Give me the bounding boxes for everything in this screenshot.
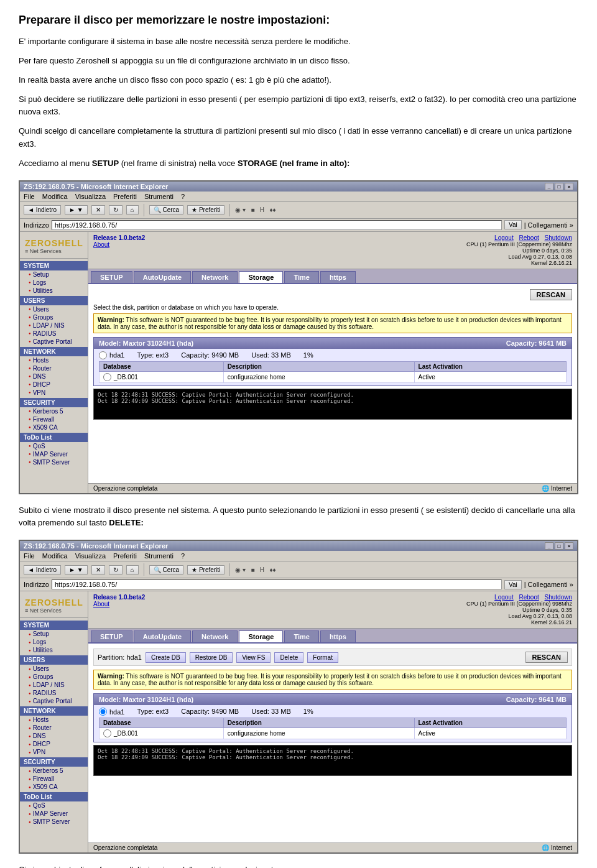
version-text[interactable]: Release 1.0.beta2: [93, 234, 145, 241]
sidebar-item-smtp-2[interactable]: SMTP Server: [20, 818, 88, 826]
sidebar-item-imap-2[interactable]: IMAP Server: [20, 810, 88, 818]
sidebar-item-imap[interactable]: IMAP Server: [20, 450, 88, 458]
sidebar-item-vpn[interactable]: VPN: [20, 389, 88, 397]
sidebar-item-ldap[interactable]: LDAP / NIS: [20, 321, 88, 330]
minimize-button-2[interactable]: _: [545, 542, 553, 550]
sidebar-item-users[interactable]: Users: [20, 305, 88, 313]
sidebar-item-kerberos-2[interactable]: Kerberos 5: [20, 767, 88, 775]
menu-visualizza[interactable]: Visualizza: [75, 193, 106, 200]
sidebar-item-x509-2[interactable]: X509 CA: [20, 783, 88, 791]
create-db-button[interactable]: Create DB: [146, 652, 186, 663]
sidebar-item-hosts[interactable]: Hosts: [20, 356, 88, 364]
forward-button[interactable]: ► ▼: [65, 205, 88, 215]
sidebar-item-groups-2[interactable]: Groups: [20, 673, 88, 681]
sidebar-item-router[interactable]: Router: [20, 364, 88, 372]
sidebar-item-smtp[interactable]: SMTP Server: [20, 458, 88, 466]
minimize-button[interactable]: _: [545, 183, 553, 190]
version-text-2[interactable]: Release 1.0.beta2: [93, 594, 145, 601]
refresh-button[interactable]: ↻: [109, 205, 123, 215]
go-button-2[interactable]: Vai: [504, 580, 522, 589]
shutdown-link-2[interactable]: Shutdown: [545, 594, 572, 601]
sidebar-item-x509[interactable]: X509 CA: [20, 423, 88, 432]
hda1-radio[interactable]: [99, 351, 107, 359]
sidebar-item-dhcp[interactable]: DHCP: [20, 381, 88, 389]
sidebar-item-utilities[interactable]: Utilities: [20, 287, 88, 295]
menu-preferiti[interactable]: Preferiti: [113, 193, 137, 200]
logout-link-2[interactable]: Logout: [494, 594, 514, 601]
reboot-link[interactable]: Reboot: [519, 234, 539, 241]
close-button-2[interactable]: ×: [565, 542, 573, 550]
reboot-link-2[interactable]: Reboot: [519, 594, 539, 601]
tab-network[interactable]: Network: [192, 271, 238, 283]
sidebar-item-qos-2[interactable]: QoS: [20, 801, 88, 810]
menu-modifica-2[interactable]: Modifica: [42, 552, 68, 560]
menu-strumenti-2[interactable]: Strumenti: [144, 552, 174, 560]
rescan-button-2[interactable]: RESCAN: [525, 652, 568, 663]
sidebar-item-setup[interactable]: Setup: [20, 270, 88, 279]
hda1-radio-2[interactable]: [99, 708, 107, 716]
sidebar-item-setup-2[interactable]: Setup: [20, 630, 88, 638]
tab-network-2[interactable]: Network: [192, 630, 238, 642]
menu-file-2[interactable]: File: [24, 552, 35, 560]
maximize-button-2[interactable]: □: [555, 542, 563, 550]
maximize-button[interactable]: □: [555, 183, 563, 190]
sidebar-item-radius-2[interactable]: RADIUS: [20, 689, 88, 697]
address-input-1[interactable]: [52, 220, 502, 230]
db-radio[interactable]: [103, 373, 111, 381]
menu-help[interactable]: ?: [181, 193, 185, 200]
sidebar-item-logs[interactable]: Logs: [20, 279, 88, 287]
sidebar-item-kerberos[interactable]: Kerberos 5: [20, 407, 88, 415]
sidebar-item-utilities-2[interactable]: Utilities: [20, 646, 88, 654]
go-button[interactable]: Vai: [504, 220, 522, 229]
delete-button[interactable]: Delete: [274, 652, 303, 663]
tab-autoupdate-2[interactable]: AutoUpdate: [134, 630, 191, 642]
sidebar-item-qos[interactable]: QoS: [20, 442, 88, 450]
tab-https-2[interactable]: https: [320, 630, 356, 642]
sidebar-item-captive-2[interactable]: Captive Portal: [20, 697, 88, 705]
menu-file[interactable]: File: [24, 193, 35, 200]
view-fs-button[interactable]: View FS: [236, 652, 271, 663]
sidebar-item-users-2[interactable]: Users: [20, 665, 88, 673]
tab-setup[interactable]: SETUP: [91, 271, 132, 283]
tab-autoupdate[interactable]: AutoUpdate: [134, 271, 191, 283]
sidebar-item-vpn-2[interactable]: VPN: [20, 748, 88, 756]
format-button[interactable]: Format: [307, 652, 338, 663]
home-button[interactable]: ⌂: [126, 205, 139, 215]
forward-button-2[interactable]: ► ▼: [65, 565, 88, 575]
menu-preferiti-2[interactable]: Preferiti: [113, 552, 137, 560]
home-button-2[interactable]: ⌂: [126, 565, 139, 575]
sidebar-item-router-2[interactable]: Router: [20, 724, 88, 732]
sidebar-item-ldap-2[interactable]: LDAP / NIS: [20, 681, 88, 689]
search-button-2[interactable]: 🔍 Cerca: [149, 565, 183, 575]
rescan-button-1[interactable]: RESCAN: [530, 289, 572, 300]
sidebar-item-groups[interactable]: Groups: [20, 313, 88, 321]
sidebar-item-hosts-2[interactable]: Hosts: [20, 716, 88, 724]
logout-link[interactable]: Logout: [494, 234, 514, 241]
favorites-button-2[interactable]: ★ Preferiti: [187, 565, 224, 575]
favorites-button[interactable]: ★ Preferiti: [187, 205, 224, 215]
menu-visualizza-2[interactable]: Visualizza: [75, 552, 106, 560]
menu-modifica[interactable]: Modifica: [42, 193, 68, 200]
sidebar-item-firewall[interactable]: Firewall: [20, 415, 88, 423]
tab-storage[interactable]: Storage: [239, 271, 283, 283]
stop-button-2[interactable]: ✕: [91, 565, 105, 575]
tab-time-2[interactable]: Time: [284, 630, 318, 642]
sidebar-item-dns-2[interactable]: DNS: [20, 732, 88, 740]
menu-strumenti[interactable]: Strumenti: [144, 193, 174, 200]
sidebar-item-firewall-2[interactable]: Firewall: [20, 775, 88, 783]
back-button[interactable]: ◄ Indietro: [24, 205, 61, 215]
db-radio-2[interactable]: [103, 729, 111, 737]
address-input-2[interactable]: [52, 579, 502, 589]
sidebar-item-logs-2[interactable]: Logs: [20, 638, 88, 646]
tab-time[interactable]: Time: [284, 271, 318, 283]
tab-storage-2[interactable]: Storage: [239, 630, 283, 642]
refresh-button-2[interactable]: ↻: [109, 565, 123, 575]
back-button-2[interactable]: ◄ Indietro: [24, 565, 61, 575]
sidebar-item-dhcp-2[interactable]: DHCP: [20, 740, 88, 748]
shutdown-link[interactable]: Shutdown: [545, 234, 572, 241]
tab-setup-2[interactable]: SETUP: [91, 630, 132, 642]
sidebar-item-radius[interactable]: RADIUS: [20, 330, 88, 338]
tab-https[interactable]: https: [320, 271, 356, 283]
about-link[interactable]: About: [93, 241, 145, 248]
search-button[interactable]: 🔍 Cerca: [149, 205, 183, 215]
